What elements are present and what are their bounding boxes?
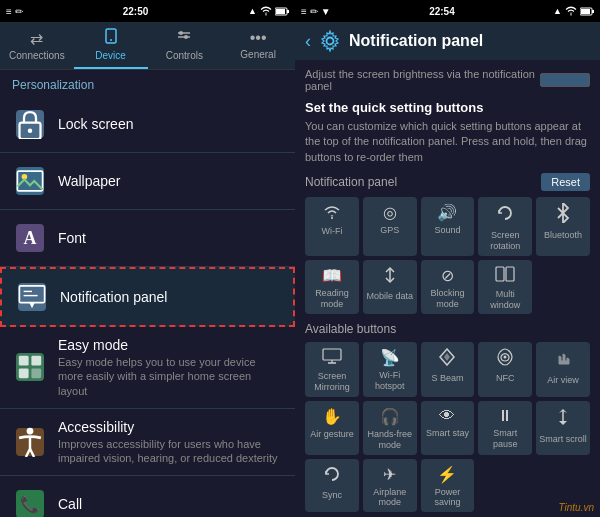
panel-btn-wifi[interactable]: Wi-Fi [305,197,359,256]
tab-connections-label: Connections [9,50,65,61]
call-icon-container: 📞 [12,486,48,517]
air-gesture-icon: ✋ [322,407,342,426]
menu-item-easy-mode[interactable]: Easy mode Easy mode helps you to use you… [0,327,295,409]
smart-stay-label: Smart stay [426,428,469,439]
font-icon-container: A [12,220,48,256]
avail-btn-hands-free[interactable]: 🎧 Hands-free mode [363,401,417,455]
gps-btn-label: GPS [380,225,399,236]
clock-right: 22:54 [429,6,455,17]
accessibility-subtitle: Improves accessibility for users who hav… [58,437,283,466]
menu-item-font[interactable]: A Font [0,210,295,267]
notif-panel-header: ‹ Notification panel [295,22,600,60]
menu-item-wallpaper[interactable]: Wallpaper [0,153,295,210]
svg-point-26 [327,38,334,45]
panel-btn-multi-window[interactable]: Multi window [478,260,532,315]
svg-rect-24 [581,9,590,14]
right-status-icons-right: ▲ [553,6,594,16]
reset-button[interactable]: Reset [541,173,590,191]
font-content: Font [58,230,283,246]
panel-btn-blocking-mode[interactable]: ⊘ Blocking mode [421,260,475,315]
avail-btn-air-view[interactable]: Air view [536,342,590,397]
avail-btn-air-gesture[interactable]: ✋ Air gesture [305,401,359,455]
avail-btn-smart-stay[interactable]: 👁 Smart stay [421,401,475,455]
status-bar-left: ≡ ✏ 22:50 ▲ [0,0,295,22]
available-buttons-label: Available buttons [305,322,396,336]
tab-connections[interactable]: ⇄ Connections [0,22,74,69]
brightness-label: Adjust the screen brightness via the not… [305,68,540,92]
svg-point-10 [28,129,33,134]
menu-item-accessibility[interactable]: Accessibility Improves accessibility for… [0,409,295,477]
avail-btn-sync[interactable]: Sync [305,459,359,513]
avail-btn-power-saving[interactable]: ⚡ Power saving [421,459,475,513]
back-button[interactable]: ‹ [305,31,311,52]
panel-section-header: Notification panel Reset [305,173,590,191]
wifi-btn-label: Wi-Fi [321,226,342,237]
nfc-label: NFC [496,373,515,384]
tab-general-label: General [240,49,276,60]
svg-rect-1 [276,9,285,14]
quick-settings-desc: You can customize which quick setting bu… [305,119,590,165]
tab-controls[interactable]: Controls [148,22,222,69]
wallpaper-icon-container [12,163,48,199]
svg-rect-28 [496,267,504,281]
svg-rect-25 [592,10,594,13]
menu-item-notification-panel[interactable]: Notification panel [0,267,295,327]
smart-pause-label: Smart pause [480,428,530,450]
brightness-row: Adjust the screen brightness via the not… [305,68,590,92]
wallpaper-icon [16,167,44,195]
sync-icon [323,465,341,487]
svg-rect-13 [19,286,44,303]
notif-panel-icon-container [14,279,50,315]
airplane-icon: ✈ [383,465,396,484]
avail-btn-airplane[interactable]: ✈ Airplane mode [363,459,417,513]
panel-buttons-grid: Wi-Fi ◎ GPS 🔊 Sound Screen rotati [305,197,590,314]
avail-btn-wifi-hotspot[interactable]: 📡 Wi-Fi hotspot [363,342,417,397]
airplane-label: Airplane mode [365,487,415,509]
wifi-btn-icon [322,203,342,223]
menu-item-lock-screen[interactable]: Lock screen [0,96,295,153]
left-panel: ≡ ✏ 22:50 ▲ ⇄ Connections [0,0,295,517]
right-wifi-icon [565,6,577,16]
svg-point-31 [504,356,507,359]
panel-btn-mobile-data[interactable]: Mobile data [363,260,417,315]
accessibility-icon [16,428,44,456]
panel-btn-gps[interactable]: ◎ GPS [363,197,417,256]
tab-general[interactable]: ••• General [221,22,295,69]
avail-btn-screen-mirroring[interactable]: Screen Mirroring [305,342,359,397]
s-beam-icon [439,348,455,370]
reading-mode-btn-label: Reading mode [307,288,357,310]
sound-btn-icon: 🔊 [437,203,457,222]
panel-btn-sound[interactable]: 🔊 Sound [421,197,475,256]
accessibility-icon-container [12,424,48,460]
menu-item-call[interactable]: 📞 Call [0,476,295,517]
brightness-toggle[interactable] [540,73,590,87]
avail-btn-nfc[interactable]: NFC [478,342,532,397]
status-bar-right: ≡ ✏ ▼ 22:54 ▲ [295,0,600,22]
avail-btn-smart-pause[interactable]: ⏸ Smart pause [478,401,532,455]
sound-btn-label: Sound [434,225,460,236]
panel-btn-reading-mode[interactable]: 📖 Reading mode [305,260,359,315]
wifi-hotspot-icon: 📡 [380,348,400,367]
device-icon [103,28,119,48]
right-signal-icon: ▲ [553,6,562,16]
easy-mode-icon-container [12,349,48,385]
right-notif-icon: ▼ [321,6,331,17]
tab-controls-label: Controls [166,50,203,61]
svg-point-4 [110,39,112,41]
wifi-signal-icon [260,6,272,16]
smart-pause-icon: ⏸ [497,407,513,425]
tab-device[interactable]: Device [74,22,148,69]
wallpaper-title: Wallpaper [58,173,283,189]
avail-btn-smart-scroll[interactable]: Smart scroll [536,401,590,455]
svg-point-20 [27,428,34,435]
panel-btn-screen-rotation[interactable]: Screen rotation [478,197,532,256]
notif-panel-content: Notification panel [60,289,281,305]
general-icon: ••• [250,29,267,47]
svg-point-27 [331,217,333,219]
svg-rect-16 [19,356,29,366]
screen-rotation-btn-label: Screen rotation [480,230,530,252]
avail-btn-s-beam[interactable]: S Beam [421,342,475,397]
gps-btn-icon: ◎ [383,203,397,222]
panel-btn-bluetooth[interactable]: Bluetooth [536,197,590,256]
air-view-icon [554,348,572,372]
